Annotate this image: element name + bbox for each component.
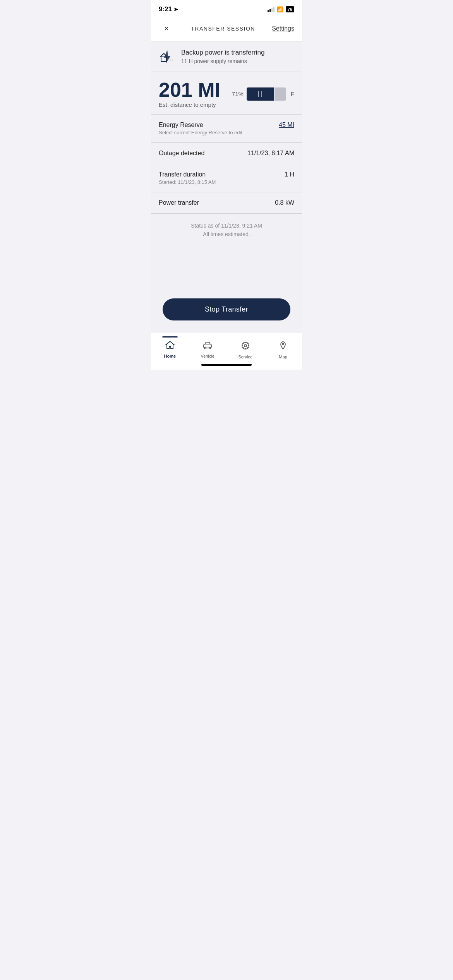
transfer-icon bbox=[159, 48, 176, 65]
transfer-duration-title: Transfer duration bbox=[159, 171, 216, 178]
status-footer-text: Status as of 11/1/23, 9:21 AM All times … bbox=[159, 221, 294, 239]
tab-vehicle[interactable]: Vehicle bbox=[189, 336, 227, 358]
energy-reserve-sub: Select current Energy Reserve to edit bbox=[159, 130, 242, 135]
vehicle-icon bbox=[202, 341, 213, 352]
location-icon: ➤ bbox=[173, 6, 178, 12]
signal-bar-2 bbox=[269, 9, 271, 12]
signal-bar-4 bbox=[273, 7, 275, 12]
tab-label-service: Service bbox=[238, 355, 252, 359]
gauge-tick-2 bbox=[261, 91, 262, 97]
status-line1: Status as of 11/1/23, 9:21 AM bbox=[191, 223, 262, 229]
outage-title: Outage detected bbox=[159, 150, 204, 157]
gauge-filled bbox=[247, 87, 274, 101]
stop-transfer-button[interactable]: Stop Transfer bbox=[163, 298, 290, 320]
distance-left: 201 MI Est. distance to empty bbox=[159, 80, 220, 108]
map-icon bbox=[278, 341, 288, 353]
energy-reserve-row[interactable]: Energy Reserve Select current Energy Res… bbox=[151, 115, 302, 143]
status-line2: All times estimated. bbox=[203, 231, 250, 237]
tab-label-map: Map bbox=[279, 355, 287, 359]
signal-bar-3 bbox=[271, 8, 273, 12]
signal-bars bbox=[268, 7, 275, 12]
power-transfer-title: Power transfer bbox=[159, 199, 199, 206]
wifi-icon: 📶 bbox=[277, 6, 283, 12]
page-title: TRANSFER SESSION bbox=[191, 26, 255, 32]
status-bar: 9:21 ➤ 📶 76 bbox=[151, 0, 302, 16]
transfer-duration-sub: Started: 11/1/23, 8:15 AM bbox=[159, 179, 216, 185]
svg-point-16 bbox=[282, 343, 284, 345]
nav-bar: × TRANSFER SESSION Settings bbox=[151, 16, 302, 41]
banner-text: Backup power is transferring 11 H power … bbox=[181, 48, 264, 64]
button-section: Stop Transfer bbox=[151, 291, 302, 332]
svg-line-15 bbox=[243, 347, 244, 348]
transfer-duration-value: 1 H bbox=[285, 171, 294, 178]
distance-value: 201 MI bbox=[159, 80, 220, 100]
banner-subtitle: 11 H power supply remains bbox=[181, 58, 264, 64]
status-banner: Backup power is transferring 11 H power … bbox=[151, 41, 302, 72]
distance-section: 201 MI Est. distance to empty 71% F bbox=[151, 72, 302, 115]
svg-line-14 bbox=[247, 343, 248, 344]
home-bar bbox=[201, 364, 252, 366]
battery-gauge bbox=[247, 87, 286, 101]
transfer-duration-left: Transfer duration Started: 11/1/23, 8:15… bbox=[159, 171, 216, 185]
main-content: Backup power is transferring 11 H power … bbox=[151, 41, 302, 332]
tab-home[interactable]: Home bbox=[151, 336, 189, 358]
tab-service[interactable]: Service bbox=[226, 336, 264, 359]
gauge-tick-1 bbox=[258, 91, 259, 97]
time-text: 9:21 bbox=[159, 5, 172, 13]
tab-inactive-indicator-service bbox=[238, 336, 253, 338]
tab-active-indicator-home bbox=[162, 336, 178, 338]
power-transfer-row: Power transfer 0.8 kW bbox=[151, 192, 302, 214]
battery-text: 76 bbox=[288, 7, 292, 12]
home-icon bbox=[165, 341, 175, 352]
tab-inactive-indicator-vehicle bbox=[200, 336, 215, 338]
svg-line-12 bbox=[243, 343, 244, 344]
energy-reserve-value[interactable]: 45 MI bbox=[279, 122, 294, 128]
home-indicator bbox=[151, 361, 302, 370]
status-right: 📶 76 bbox=[268, 6, 294, 12]
energy-reserve-left: Energy Reserve Select current Energy Res… bbox=[159, 122, 242, 135]
battery-indicator: 76 bbox=[286, 6, 294, 12]
svg-line-13 bbox=[247, 347, 248, 348]
tab-inactive-indicator-map bbox=[275, 336, 291, 338]
gauge-empty bbox=[275, 87, 286, 101]
tab-map[interactable]: Map bbox=[264, 336, 302, 359]
signal-bar-1 bbox=[268, 10, 269, 12]
battery-percent: 71% bbox=[232, 91, 244, 97]
svg-point-7 bbox=[244, 344, 247, 347]
status-time: 9:21 ➤ bbox=[159, 5, 178, 13]
banner-title: Backup power is transferring bbox=[181, 48, 264, 57]
tab-label-vehicle: Vehicle bbox=[201, 354, 214, 358]
settings-button[interactable]: Settings bbox=[272, 25, 294, 32]
distance-label: Est. distance to empty bbox=[159, 101, 220, 108]
transfer-duration-row: Transfer duration Started: 11/1/23, 8:15… bbox=[151, 164, 302, 192]
content-spacer bbox=[151, 244, 302, 291]
close-button[interactable]: × bbox=[159, 21, 174, 36]
battery-visual: 71% F bbox=[232, 87, 294, 101]
energy-reserve-title: Energy Reserve bbox=[159, 122, 242, 128]
status-footer: Status as of 11/1/23, 9:21 AM All times … bbox=[151, 214, 302, 244]
power-transfer-value: 0.8 kW bbox=[275, 199, 294, 206]
service-icon bbox=[240, 341, 251, 353]
tab-label-home: Home bbox=[164, 354, 176, 358]
tab-bar: Home Vehicle bbox=[151, 332, 302, 361]
battery-letter: F bbox=[291, 91, 294, 97]
outage-value: 11/1/23, 8:17 AM bbox=[247, 150, 294, 157]
outage-row: Outage detected 11/1/23, 8:17 AM bbox=[151, 143, 302, 164]
